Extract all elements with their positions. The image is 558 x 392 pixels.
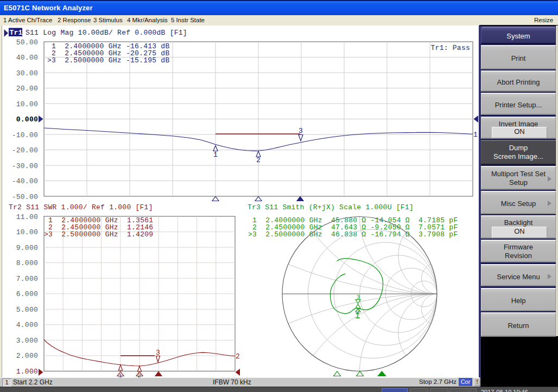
svg-text:4.000: 4.000	[16, 321, 38, 329]
svg-text:3: 3	[156, 349, 160, 357]
svg-text:6.000: 6.000	[16, 290, 38, 298]
svg-text:-50.00: -50.00	[12, 193, 38, 201]
svg-text:8.000: 8.000	[16, 259, 38, 267]
svg-text:-20.00: -20.00	[12, 146, 38, 155]
svg-text:2.000: 2.000	[16, 352, 38, 360]
svg-text:10.00: 10.00	[16, 228, 38, 236]
svg-text:0.000: 0.000	[16, 115, 38, 124]
svg-text:>3 2.5000000 GHz -15.195 dB: >3 2.5000000 GHz -15.195 dB	[47, 56, 169, 65]
svg-text:-40.00: -40.00	[12, 177, 38, 185]
svg-text:Tr3 S11 Smith (R+jX) Scale 1.0: Tr3 S11 Smith (R+jX) Scale 1.000U [F1]	[248, 203, 414, 211]
svg-text:3: 3	[299, 127, 303, 135]
svg-text:1: 1	[119, 372, 123, 378]
svg-text:11.00: 11.00	[16, 213, 38, 221]
svg-text:>3 2.5000000 GHz 46.838 Ω -1: >3 2.5000000 GHz 46.838 Ω -16.794 Ω 3.79…	[248, 230, 458, 239]
svg-text:1: 1	[473, 131, 478, 139]
svg-text:S11 Log Mag 10.00dB/ Ref 0.000: S11 Log Mag 10.00dB/ Ref 0.000dB [F1]	[26, 29, 187, 37]
svg-text:2: 2	[256, 156, 261, 164]
svg-text:2: 2	[236, 352, 240, 361]
svg-text:5.000: 5.000	[16, 306, 38, 314]
svg-text:-10.00: -10.00	[12, 131, 38, 139]
svg-text:40.00: 40.00	[16, 54, 38, 62]
svg-text:Tr1: Tr1	[10, 29, 23, 37]
svg-text:10.00: 10.00	[16, 100, 38, 108]
svg-text:9.000: 9.000	[16, 244, 38, 252]
svg-text:1: 1	[213, 151, 218, 159]
svg-text:Tr1: Pass: Tr1: Pass	[431, 44, 470, 52]
svg-text:20.00: 20.00	[16, 85, 38, 93]
svg-text:2: 2	[138, 372, 142, 378]
svg-text:Tr2 S11 SWR 1.000/ Ref 1.000 [: Tr2 S11 SWR 1.000/ Ref 1.000 [F1]	[9, 203, 153, 211]
svg-text:30.00: 30.00	[16, 69, 38, 78]
svg-text:3.000: 3.000	[16, 337, 38, 345]
svg-text:50.00: 50.00	[16, 38, 38, 47]
svg-text:>3 2.5000000 GHz 1.4209: >3 2.5000000 GHz 1.4209	[44, 230, 153, 239]
svg-text:-30.00: -30.00	[12, 162, 38, 170]
svg-text:7.000: 7.000	[16, 275, 38, 283]
svg-text:1.000: 1.000	[16, 368, 38, 376]
